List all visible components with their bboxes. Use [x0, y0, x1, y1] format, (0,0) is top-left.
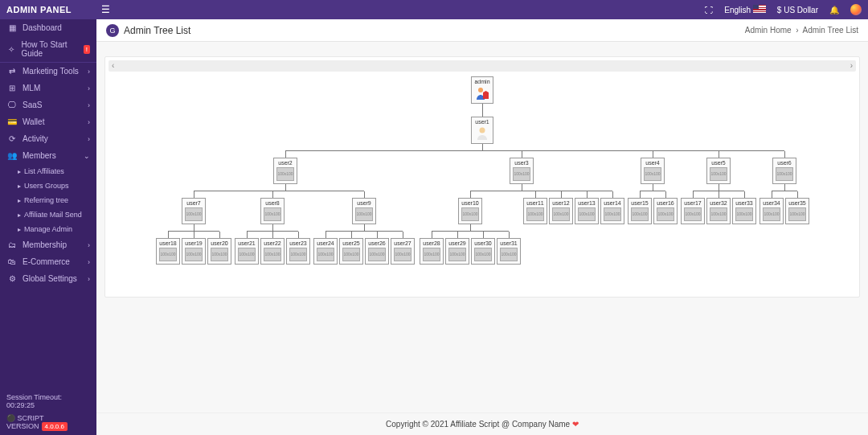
tree-scrollbar[interactable]: ‹ › [108, 60, 856, 72]
tree-node[interactable]: user12100x100 [549, 198, 573, 224]
saas-icon: 🖵 [6, 101, 18, 109]
scroll-left-icon[interactable]: ‹ [108, 60, 117, 72]
tree-node[interactable]: user13100x100 [575, 198, 599, 224]
tree-node[interactable]: user17100x100 [681, 198, 705, 224]
node-label: user12 [552, 200, 570, 206]
tree-node[interactable]: user25100x100 [339, 238, 363, 265]
tree-node[interactable]: user6100x100 [772, 158, 796, 184]
tree-node[interactable]: user21100x100 [235, 238, 259, 265]
title-icon: G [106, 24, 119, 37]
node-label: user17 [684, 200, 702, 206]
sidebar-sub-referring-tree[interactable]: Referring tree [0, 193, 96, 207]
node-label: user7 [185, 200, 203, 206]
tree-node[interactable]: user8100x100 [260, 198, 285, 224]
tree-node[interactable]: user5100x100 [706, 158, 731, 184]
sidebar-sub-affiliate-mail[interactable]: Affiliate Mail Send [0, 207, 96, 222]
chevron-down-icon: ⌄ [84, 152, 90, 160]
tree-node[interactable]: user29100x100 [445, 238, 469, 265]
sidebar-item-saas[interactable]: 🖵SaaS› [0, 96, 96, 113]
sidebar-sub-manage-admin[interactable]: Manage Admin [0, 222, 96, 236]
tree-node[interactable]: user19100x100 [182, 238, 206, 265]
sidebar-item-mlm[interactable]: ⊞MLM› [0, 80, 96, 96]
avatar[interactable] [850, 4, 862, 15]
sidebar-item-ecommerce[interactable]: 🛍E-Commerce› [0, 253, 96, 270]
tree-node[interactable]: user18100x100 [156, 238, 180, 265]
sidebar-item-members[interactable]: 👥Members⌄ [0, 147, 96, 164]
brand-title: ADMIN PANEL [6, 5, 96, 14]
currency-selector[interactable]: $ US Dollar [777, 6, 818, 14]
settings-icon: ⚙ [6, 274, 18, 283]
scroll-right-icon[interactable]: › [847, 60, 856, 72]
tree-node[interactable]: user14100x100 [600, 198, 624, 224]
chevron-right-icon: › [88, 135, 90, 143]
tree-node[interactable]: user20100x100 [207, 238, 231, 265]
crumb-home[interactable]: Admin Home [745, 26, 792, 35]
fullscreen-icon[interactable]: ⛶ [705, 6, 713, 14]
chevron-right-icon: › [88, 118, 90, 126]
tree-node[interactable]: user33100x100 [732, 198, 756, 224]
sidebar-item-wallet[interactable]: 💳Wallet› [0, 113, 96, 130]
tree-node[interactable]: user35100x100 [785, 198, 809, 224]
tree-node[interactable]: user7100x100 [182, 198, 206, 224]
tree-node[interactable]: admin [471, 76, 493, 104]
tree-node[interactable]: user27100x100 [391, 238, 415, 265]
node-label: user21 [238, 240, 256, 246]
node-label: user22 [264, 240, 281, 246]
node-label: user26 [368, 240, 386, 246]
node-label: user32 [710, 200, 727, 206]
sidebar-item-howto[interactable]: ✧How To Start Guide! [0, 36, 96, 62]
sidebar: ▦Dashboard ✧How To Start Guide! ⇄Marketi… [0, 19, 96, 435]
tree-node[interactable]: user24100x100 [313, 238, 338, 265]
sidebar-item-marketing[interactable]: ⇄Marketing Tools› [0, 63, 96, 80]
tree-node[interactable]: user11100x100 [523, 198, 547, 224]
tree-node[interactable]: user32100x100 [706, 198, 731, 224]
sidebar-item-label: Activity [23, 134, 48, 143]
sidebar-item-label: E-Commerce [23, 257, 70, 266]
tree-node[interactable]: user15100x100 [628, 198, 652, 224]
language-selector[interactable]: English [724, 6, 751, 14]
tree-node[interactable]: user4100x100 [641, 158, 665, 184]
tree-node[interactable]: user9100x100 [352, 198, 376, 224]
tree-node[interactable]: user34100x100 [760, 198, 784, 224]
sidebar-item-label: MLM [23, 84, 40, 92]
node-label: user4 [644, 160, 661, 166]
node-label: user24 [317, 240, 334, 246]
tree-node[interactable]: user16100x100 [653, 198, 678, 224]
node-label: user34 [763, 200, 780, 206]
sidebar-item-activity[interactable]: ⟳Activity› [0, 130, 96, 147]
sidebar-item-membership[interactable]: 🗂Membership› [0, 236, 96, 253]
sidebar-sub-users-groups[interactable]: Users Groups [0, 179, 96, 193]
sidebar-item-dashboard[interactable]: ▦Dashboard [0, 19, 96, 36]
tree-node[interactable]: user1 [471, 117, 493, 144]
node-label: user31 [500, 240, 518, 246]
node-label: user1 [474, 119, 490, 125]
svg-point-0 [478, 88, 483, 92]
tree-node[interactable]: user28100x100 [420, 238, 444, 265]
node-label: user19 [185, 240, 203, 246]
tree-node[interactable]: user31100x100 [497, 238, 521, 265]
tree-node[interactable]: user30100x100 [471, 238, 495, 265]
node-label: user2 [276, 160, 294, 166]
menu-toggle[interactable]: ☰ [96, 4, 115, 15]
tree-node[interactable]: user23100x100 [286, 238, 310, 265]
node-label: user11 [526, 200, 544, 206]
tree-node[interactable]: user26100x100 [365, 238, 389, 265]
sidebar-item-label: Dashboard [23, 23, 62, 32]
node-label: user35 [788, 200, 806, 206]
node-label: user16 [657, 200, 674, 206]
dashboard-icon: ▦ [6, 23, 18, 32]
tree-node[interactable]: user10100x100 [458, 198, 482, 224]
node-label: user30 [474, 240, 492, 246]
breadcrumb: Admin Home › Admin Tree List [745, 26, 858, 35]
sidebar-sub-list-affiliates[interactable]: List Affiliates [0, 164, 96, 179]
sidebar-item-global[interactable]: ⚙Global Settings› [0, 270, 96, 287]
sidebar-item-label: SaaS [23, 101, 42, 109]
bell-icon[interactable]: 🔔 [829, 6, 839, 14]
node-label: user5 [710, 160, 727, 166]
tree-node[interactable]: user2100x100 [273, 158, 297, 184]
tree-node[interactable]: user3100x100 [510, 158, 534, 184]
node-label: user8 [264, 200, 281, 206]
node-label: user27 [394, 240, 411, 246]
tree-node[interactable]: user22100x100 [260, 238, 285, 265]
sidebar-item-label: Membership [23, 240, 67, 249]
